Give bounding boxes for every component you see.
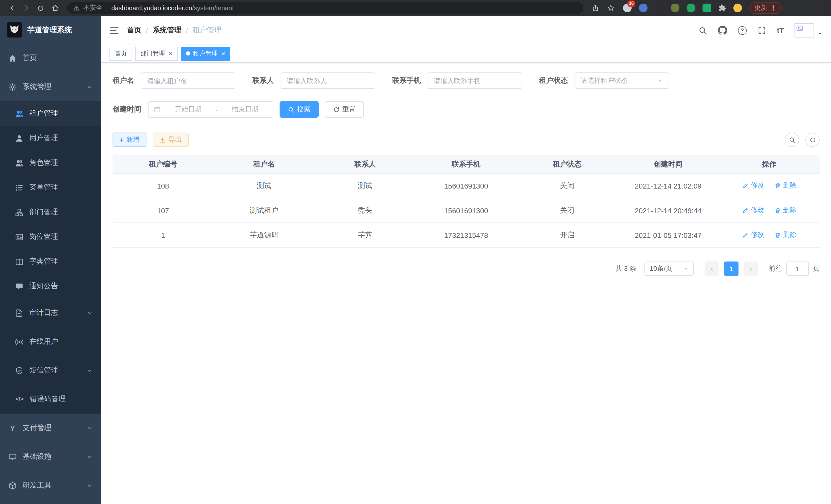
sidebar-item-menu[interactable]: 菜单管理: [0, 175, 101, 200]
sidebar-item-system[interactable]: 系统管理: [0, 72, 101, 101]
status-label: 租户状态: [539, 76, 568, 85]
next-page-button[interactable]: ›: [744, 262, 758, 276]
sidebar-item-post[interactable]: 岗位管理: [0, 225, 101, 249]
fullscreen-icon[interactable]: [757, 26, 766, 35]
sidebar-item-label: 菜单管理: [29, 183, 58, 192]
shield-icon: [16, 366, 23, 374]
yen-icon: ¥: [9, 424, 17, 432]
sidebar-item-error-code[interactable]: </> 错误码管理: [0, 385, 101, 414]
toggle-search-button[interactable]: [785, 132, 799, 147]
chevron-down-icon: [87, 483, 92, 488]
help-icon[interactable]: ?: [738, 26, 747, 35]
page-size-select[interactable]: 10条/页: [644, 262, 694, 276]
table-row: 1 芋道源码 芋艿 17321315478 开启 2021-01-05 17:0…: [113, 223, 820, 247]
refresh-icon: [333, 106, 340, 113]
filter-create-time: 创建时间 开始日期 - 结束日期: [113, 101, 274, 118]
user-avatar-menu[interactable]: [795, 23, 823, 37]
app-logo[interactable]: 芋道管理系统: [0, 16, 101, 44]
sidebar-item-label: 短信管理: [29, 366, 58, 375]
breadcrumb-separator: /: [146, 26, 148, 34]
tab-home[interactable]: 首页: [110, 47, 132, 60]
sidebar-item-dict[interactable]: 字典管理: [0, 249, 101, 274]
share-button[interactable]: [592, 4, 599, 12]
extension-icon-3[interactable]: [655, 4, 663, 12]
cell-created: 2021-12-14 20:49:44: [618, 198, 719, 223]
address-bar[interactable]: 不安全 | dashboard.yudao.iocoder.cn/system/…: [67, 2, 583, 14]
edit-button[interactable]: 修改: [742, 230, 764, 240]
edit-button[interactable]: 修改: [742, 181, 764, 190]
contact-input[interactable]: [281, 72, 375, 89]
extensions-puzzle-icon[interactable]: [718, 4, 726, 12]
profile-avatar[interactable]: [733, 4, 742, 12]
close-icon[interactable]: ×: [169, 50, 172, 57]
sidebar-item-user[interactable]: 用户管理: [0, 126, 101, 151]
browser-update-button[interactable]: 更新 ⋮: [749, 2, 782, 14]
goto-page-input[interactable]: [786, 262, 809, 276]
delete-button[interactable]: 删除: [774, 230, 796, 240]
sidebar-collapse-icon[interactable]: [110, 25, 119, 35]
sidebar-item-label: 错误码管理: [30, 394, 66, 404]
prev-page-button[interactable]: ‹: [705, 262, 719, 276]
cell-phone: 17321315478: [416, 223, 516, 247]
browser-forward-button[interactable]: [20, 1, 33, 14]
app-title: 芋道管理系统: [27, 25, 72, 35]
edit-button[interactable]: 修改: [742, 206, 764, 215]
delete-button[interactable]: 删除: [774, 181, 796, 190]
sidebar-item-tools[interactable]: 研发工具: [0, 471, 101, 500]
filter-status: 租户状态 请选择租户状态: [539, 72, 669, 89]
browser-home-button[interactable]: [48, 1, 62, 14]
delete-button[interactable]: 删除: [774, 206, 796, 215]
sidebar-item-infra[interactable]: 基础设施: [0, 442, 101, 471]
table-row: 108 测试 测试 15601691300 关闭 2021-12-14 21:0…: [113, 173, 820, 198]
create-time-label: 创建时间: [113, 105, 141, 114]
tab-dept[interactable]: 部门管理 ×: [135, 47, 177, 60]
close-icon[interactable]: ×: [221, 50, 225, 57]
extension-icon-2[interactable]: [639, 4, 648, 12]
bookmark-star-button[interactable]: [607, 4, 614, 12]
refresh-table-button[interactable]: [805, 132, 820, 147]
font-size-icon[interactable]: tT: [777, 26, 784, 34]
sidebar-item-home[interactable]: 首页: [0, 44, 101, 72]
header-search-icon[interactable]: [698, 26, 707, 35]
add-button[interactable]: + 新增: [113, 132, 146, 147]
sidebar-item-dept[interactable]: 部门管理: [0, 200, 101, 225]
search-button[interactable]: 搜索: [280, 101, 319, 118]
sidebar-item-label: 研发工具: [23, 481, 51, 490]
sidebar-item-notice[interactable]: 通知公告: [0, 274, 101, 298]
date-range-picker[interactable]: 开始日期 - 结束日期: [148, 101, 274, 118]
cell-contact: 芋艿: [315, 223, 416, 247]
edit-label: 修改: [751, 230, 764, 240]
pagination: 共 3 条 10条/页 ‹ 1 › 前往 页: [113, 262, 820, 276]
col-contact: 联系人: [315, 155, 416, 173]
breadcrumb-home[interactable]: 首页: [127, 26, 141, 35]
sidebar-item-pay[interactable]: ¥ 支付管理: [0, 414, 101, 442]
page-unit-label: 页: [813, 264, 820, 273]
trash-icon: [774, 207, 781, 214]
extension-icon-1[interactable]: 10: [623, 4, 632, 12]
browser-back-button[interactable]: [5, 1, 19, 14]
sidebar-item-sms[interactable]: 短信管理: [0, 356, 101, 385]
extension-icon-5[interactable]: [687, 4, 695, 12]
reset-button[interactable]: 重置: [325, 101, 364, 118]
sidebar-item-role[interactable]: 角色管理: [0, 151, 101, 175]
phone-input[interactable]: [428, 72, 522, 89]
browser-reload-button[interactable]: [34, 1, 47, 14]
sidebar-item-label: 支付管理: [23, 423, 51, 433]
export-button[interactable]: 导出: [153, 132, 189, 147]
breadcrumb-system[interactable]: 系统管理: [153, 26, 181, 35]
edit-pencil-icon: [742, 232, 748, 238]
tab-tenant[interactable]: 租户管理 ×: [181, 47, 230, 60]
extension-icon-4[interactable]: [671, 4, 679, 12]
github-icon[interactable]: [718, 26, 727, 35]
page-number-button[interactable]: 1: [724, 262, 739, 276]
sidebar-item-audit-log[interactable]: 审计日志: [0, 298, 101, 327]
tenant-name-input[interactable]: [141, 72, 235, 89]
sidebar-item-online-users[interactable]: 在线用户: [0, 327, 101, 356]
cell-tenant-id: 107: [113, 198, 213, 223]
trash-icon: [774, 232, 781, 238]
extension-icon-6[interactable]: [703, 4, 711, 12]
status-select[interactable]: 请选择租户状态: [575, 72, 669, 89]
sidebar-item-label: 审计日志: [29, 308, 58, 318]
sidebar-item-tenant[interactable]: 租户管理: [0, 101, 101, 126]
tenant-table: 租户编号 租户名 联系人 联系手机 租户状态 创建时间 操作 108 测试: [113, 155, 820, 248]
